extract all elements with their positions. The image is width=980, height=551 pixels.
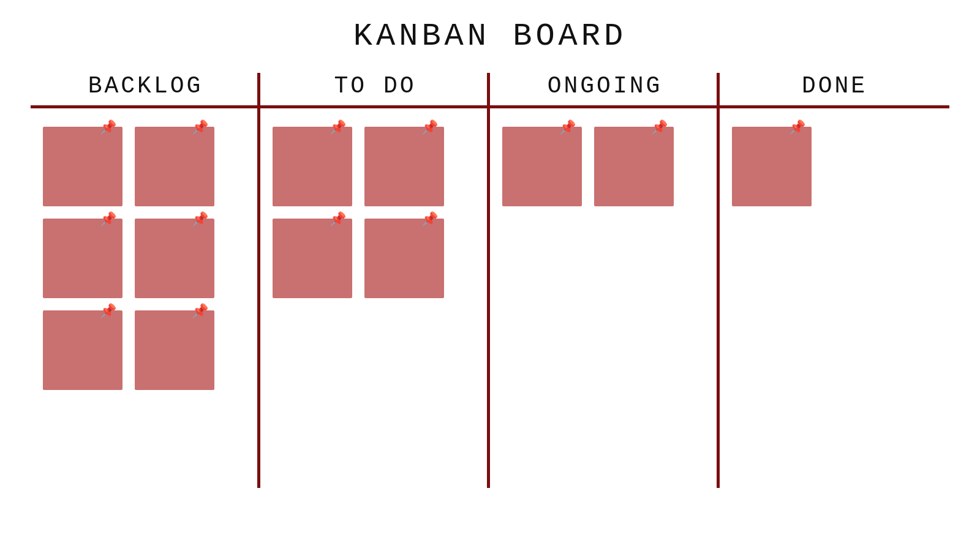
note-b5[interactable]: 📌 <box>43 310 123 390</box>
column-backlog: 📌 📌 📌 📌 📌 📌 <box>31 108 260 488</box>
board-container: KANBAN BOARD BACKLOG TO DO ONGOING DONE … <box>0 0 980 551</box>
note-o1[interactable]: 📌 <box>502 127 582 206</box>
note-t3[interactable]: 📌 <box>273 219 352 298</box>
note-t4[interactable]: 📌 <box>364 219 444 298</box>
note-d1[interactable]: 📌 <box>732 127 812 206</box>
columns-body: 📌 📌 📌 📌 📌 📌 <box>31 108 949 488</box>
col-header-ongoing: ONGOING <box>490 73 720 105</box>
pin-icon: 📌 <box>192 214 208 227</box>
note-b3[interactable]: 📌 <box>43 219 123 298</box>
column-todo: 📌 📌 📌 📌 <box>260 108 490 488</box>
col-header-todo: TO DO <box>260 73 490 105</box>
column-ongoing: 📌 📌 <box>490 108 720 488</box>
pin-icon: 📌 <box>559 122 576 135</box>
pin-icon: 📌 <box>789 122 805 135</box>
col-header-backlog: BACKLOG <box>31 73 260 105</box>
columns-header: BACKLOG TO DO ONGOING DONE <box>31 73 949 105</box>
column-done: 📌 <box>720 108 949 488</box>
note-o2[interactable]: 📌 <box>594 127 674 206</box>
pin-icon: 📌 <box>100 305 116 319</box>
note-b4[interactable]: 📌 <box>135 219 214 298</box>
note-t1[interactable]: 📌 <box>273 127 352 206</box>
note-b2[interactable]: 📌 <box>135 127 214 206</box>
note-b6[interactable]: 📌 <box>135 310 214 390</box>
pin-icon: 📌 <box>192 122 208 135</box>
pin-icon: 📌 <box>330 214 346 227</box>
note-b1[interactable]: 📌 <box>43 127 123 206</box>
pin-icon: 📌 <box>421 214 438 227</box>
pin-icon: 📌 <box>192 305 208 319</box>
col-header-done: DONE <box>720 73 949 105</box>
note-t2[interactable]: 📌 <box>364 127 444 206</box>
columns-area: BACKLOG TO DO ONGOING DONE 📌 📌 📌 📌 <box>31 73 949 488</box>
pin-icon: 📌 <box>330 122 346 135</box>
pin-icon: 📌 <box>100 214 116 227</box>
pin-icon: 📌 <box>421 122 438 135</box>
board-title: KANBAN BOARD <box>353 18 627 54</box>
pin-icon: 📌 <box>100 122 116 135</box>
pin-icon: 📌 <box>651 122 668 135</box>
